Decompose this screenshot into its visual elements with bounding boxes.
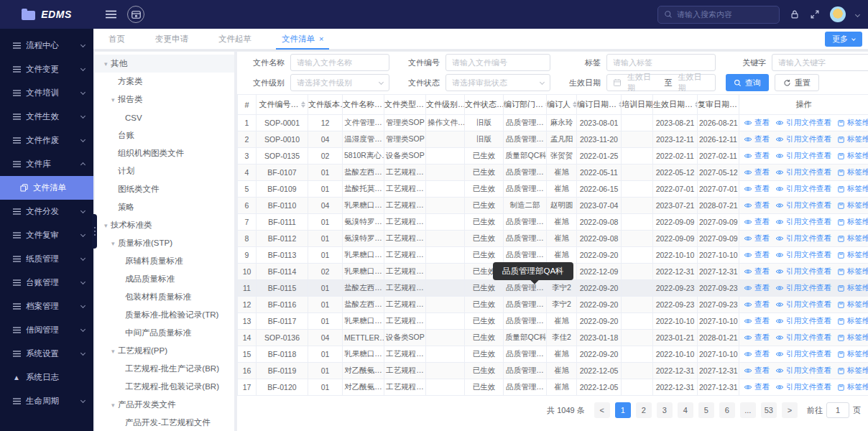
view-link[interactable]: 查看 xyxy=(744,267,770,277)
tree-item[interactable]: 中间产品质量标准 xyxy=(95,324,234,342)
sidebar-item[interactable]: 台账管理 xyxy=(0,271,93,295)
filter-input[interactable] xyxy=(772,54,868,71)
tag-maintain-link[interactable]: 标签维护 xyxy=(837,151,868,161)
tree-item[interactable]: 工艺规程-批包装记录(BR) xyxy=(95,378,234,396)
table-row[interactable]: 5BF-010901盐酸托莫…工艺规程…已生效品质管理…崔旭2022-06-15… xyxy=(238,181,868,198)
table-row[interactable]: 13BF-011701乳果糖口…工艺规程…已生效品质管理…崔旭2022-09-2… xyxy=(238,313,868,330)
tag-maintain-link[interactable]: 标签维护 xyxy=(837,333,868,343)
column-header-文件名称[interactable]: 文件名称… xyxy=(343,95,384,115)
filter-input[interactable] xyxy=(606,54,716,71)
tab-文件起草[interactable]: 文件起草 xyxy=(203,29,267,49)
tag-maintain-link[interactable]: 标签维护 xyxy=(837,366,868,376)
tag-maintain-link[interactable]: 标签维护 xyxy=(837,349,868,359)
user-avatar[interactable] xyxy=(830,6,846,22)
tag-maintain-link[interactable]: 标签维护 xyxy=(837,233,868,244)
view-link[interactable]: 查看 xyxy=(744,382,770,392)
sidebar-item[interactable]: 文件分发 xyxy=(0,200,93,223)
more-button[interactable]: 更多 xyxy=(825,32,862,47)
sort-icon[interactable] xyxy=(619,99,622,110)
tree-item[interactable]: 质量标准-批检验记录(TR) xyxy=(95,306,234,324)
sidebar-item[interactable]: 文件培训 xyxy=(0,81,93,105)
table-row[interactable]: 6BF-011004乳果糖口…工艺规程…已生效制造二部赵明圆2023-07-04… xyxy=(238,198,868,214)
ref-view-link[interactable]: 引用文件查看 xyxy=(775,267,831,277)
lock-icon[interactable] xyxy=(790,9,800,19)
view-link[interactable]: 查看 xyxy=(744,366,770,376)
tree-item[interactable]: 策略 xyxy=(95,198,234,216)
page-button-4[interactable]: 4 xyxy=(678,402,693,418)
column-header-复审日期[interactable]: 复审日期… xyxy=(698,95,739,115)
table-row[interactable]: 4BF-010701盐酸左西…工艺规程…已生效品质管理…崔旭2022-05-11… xyxy=(238,164,868,181)
search-button[interactable]: 查询 xyxy=(726,74,769,91)
view-link[interactable]: 查看 xyxy=(744,200,770,210)
tab-文件清单[interactable]: 文件清单× xyxy=(267,29,338,49)
tag-maintain-link[interactable]: 标签维护 xyxy=(837,217,868,227)
sidebar-item[interactable]: 文件库 xyxy=(0,152,93,176)
table-row[interactable]: 12BF-011601盐酸左西…工艺规程…已生效品质管理…李宁22022-09-… xyxy=(238,297,868,313)
ref-view-link[interactable]: 引用文件查看 xyxy=(775,349,831,359)
view-link[interactable]: 查看 xyxy=(744,283,770,293)
ref-view-link[interactable]: 引用文件查看 xyxy=(775,366,831,376)
panel-drag-handle[interactable] xyxy=(92,214,97,249)
view-link[interactable]: 查看 xyxy=(744,184,770,194)
tree-item[interactable]: ▾质量标准(STP) xyxy=(95,234,234,252)
sort-icon[interactable] xyxy=(573,99,577,110)
view-link[interactable]: 查看 xyxy=(744,167,770,177)
ref-view-link[interactable]: 引用文件查看 xyxy=(775,300,831,310)
tree-item[interactable]: ▾技术标准类 xyxy=(95,216,234,234)
sidebar-item[interactable]: 生命周期 xyxy=(0,389,93,413)
sidebar-item[interactable]: 文件生效 xyxy=(0,105,93,129)
ref-view-link[interactable]: 引用文件查看 xyxy=(775,333,831,343)
filter-input[interactable] xyxy=(290,54,389,71)
tree-item[interactable]: 方案类 xyxy=(95,73,234,91)
table-row[interactable]: 1SOP-000112文件管理…管理类SOP操作文件…旧版品质管理…麻永玲202… xyxy=(238,115,868,131)
reset-button[interactable]: 重置 xyxy=(775,74,819,91)
table-row[interactable]: 8BF-011201氨溴特罗…工艺规程…已生效品质管理…崔旭2022-09-08… xyxy=(238,231,868,247)
tree-item[interactable]: 包装材料质量标准 xyxy=(95,288,234,306)
ref-view-link[interactable]: 引用文件查看 xyxy=(775,134,831,144)
tree-item[interactable]: 计划 xyxy=(95,162,234,180)
page-button-5[interactable]: 5 xyxy=(698,402,714,418)
view-link[interactable]: 查看 xyxy=(744,349,770,359)
tree-item[interactable]: ▾产品开发类文件 xyxy=(95,396,234,414)
tag-maintain-link[interactable]: 标签维护 xyxy=(837,200,868,210)
tag-maintain-link[interactable]: 标签维护 xyxy=(837,250,868,260)
filter-input[interactable] xyxy=(445,54,550,71)
view-link[interactable]: 查看 xyxy=(744,151,770,161)
sidebar-item[interactable]: 档案管理 xyxy=(0,295,93,318)
ref-view-link[interactable]: 引用文件查看 xyxy=(775,250,831,260)
table-row[interactable]: 3SOP-0135025810R离心…设备类SOP已生效质量部QC科张贺贺202… xyxy=(238,148,868,164)
tag-maintain-link[interactable]: 标签维护 xyxy=(837,184,868,194)
tree-item[interactable]: 台账 xyxy=(95,126,234,144)
column-header-文件类型[interactable]: 文件类型… xyxy=(384,95,426,115)
page-button-53[interactable]: 53 xyxy=(761,402,777,418)
column-header-生效日期[interactable]: 生效日期… xyxy=(653,95,698,115)
fullscreen-icon[interactable] xyxy=(810,9,820,19)
tree-item[interactable]: CSV xyxy=(95,108,234,126)
tag-maintain-link[interactable]: 标签维护 xyxy=(837,316,868,326)
close-icon[interactable]: × xyxy=(319,34,323,43)
page-button-3[interactable]: 3 xyxy=(657,402,673,418)
tag-maintain-link[interactable]: 标签维护 xyxy=(837,283,868,293)
tree-item[interactable]: 工艺规程-批生产记录(BR) xyxy=(95,360,234,378)
tag-maintain-link[interactable]: 标签维护 xyxy=(837,382,868,392)
table-row[interactable]: 16BF-011901对乙酰氨…工艺规程…已生效品质管理…崔旭2022-12-0… xyxy=(238,363,868,379)
tree-item[interactable]: 图纸类文件 xyxy=(95,180,234,198)
sidebar-item[interactable]: ▲系统日志 xyxy=(0,366,93,389)
column-header-文件状态[interactable]: 文件状态… xyxy=(465,95,504,115)
tree-item[interactable]: 组织机构图类文件 xyxy=(95,144,234,162)
menu-collapse-icon[interactable] xyxy=(106,10,116,19)
goto-page-input[interactable] xyxy=(826,402,849,418)
sidebar-item[interactable]: 纸质管理 xyxy=(0,247,93,271)
sidebar-item[interactable]: 文件复审 xyxy=(0,223,93,247)
sort-icon[interactable] xyxy=(301,99,305,110)
column-header-文件级别[interactable]: 文件级别… xyxy=(426,95,465,115)
tree-item[interactable]: 成品质量标准 xyxy=(95,270,234,288)
view-link[interactable]: 查看 xyxy=(744,316,770,326)
table-row[interactable]: 17BF-012001对乙酰氨…工艺规程…已生效品质管理…崔旭2022-12-0… xyxy=(238,379,868,396)
user-menu-chevron-down-icon[interactable] xyxy=(855,11,860,17)
tree-item[interactable]: 原辅料质量标准 xyxy=(95,252,234,270)
ref-view-link[interactable]: 引用文件查看 xyxy=(775,283,831,293)
sidebar-item-active[interactable]: 文件清单 xyxy=(0,176,93,200)
tab-变更申请[interactable]: 变更申请 xyxy=(140,29,203,49)
ref-view-link[interactable]: 引用文件查看 xyxy=(775,151,831,161)
